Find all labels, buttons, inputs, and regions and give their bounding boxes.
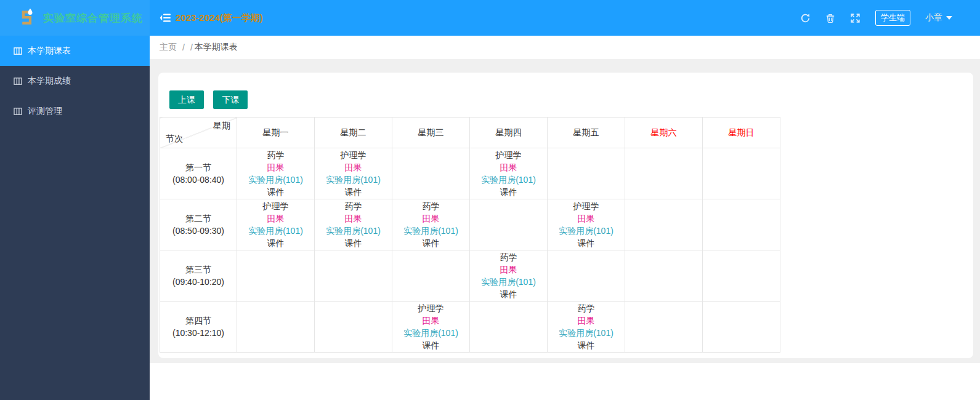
lesson-cell xyxy=(470,302,548,353)
lesson-cell xyxy=(625,148,703,199)
lesson-course: 护理学 xyxy=(470,149,547,161)
day-header: 星期一 xyxy=(237,118,315,148)
breadcrumb-home[interactable]: 主页 xyxy=(160,42,177,53)
period-time: (09:40-10:20) xyxy=(160,276,237,288)
lesson-teacher: 田果 xyxy=(237,161,314,174)
lesson-room: 实验用房(101) xyxy=(392,327,469,339)
lesson-cell xyxy=(315,302,392,353)
day-header: 星期五 xyxy=(548,118,625,148)
lesson-teacher: 田果 xyxy=(470,263,547,276)
period-cell: 第一节(08:00-08:40) xyxy=(160,148,237,199)
lesson-room: 实验用房(101) xyxy=(237,174,314,186)
lesson-cell xyxy=(625,250,703,302)
logo-zone: 实验室综合管理系统 xyxy=(0,0,150,36)
lesson-teacher: 田果 xyxy=(548,314,625,327)
lesson-file-link[interactable]: 课件 xyxy=(392,237,469,249)
lesson-room: 实验用房(101) xyxy=(392,225,469,237)
period-time: (08:50-09:30) xyxy=(160,225,237,237)
period-name: 第二节 xyxy=(160,212,237,225)
period-cell: 第四节(10:30-12:10) xyxy=(160,302,237,353)
sidebar-item-evaluation[interactable]: 评测管理 xyxy=(0,96,150,126)
lesson-cell: 护理学田果实验用房(101)课件 xyxy=(548,199,625,250)
lesson-cell xyxy=(625,199,703,250)
lesson-cell xyxy=(470,199,548,250)
lesson-file-link[interactable]: 课件 xyxy=(392,339,469,351)
sidebar-item-label: 本学期成绩 xyxy=(28,76,71,87)
sidebar-item-label: 评测管理 xyxy=(28,106,62,117)
lesson-cell xyxy=(703,250,780,302)
lesson-file-link[interactable]: 课件 xyxy=(548,339,625,351)
period-name: 第一节 xyxy=(160,161,237,174)
lesson-room: 实验用房(101) xyxy=(470,174,547,186)
semester-selector[interactable]: 2023-2024(第一学期) xyxy=(160,12,263,24)
lesson-cell: 护理学田果实验用房(101)课件 xyxy=(237,199,315,250)
lesson-cell xyxy=(392,250,470,302)
lesson-teacher: 田果 xyxy=(237,212,314,225)
period-time: (10:30-12:10) xyxy=(160,327,237,339)
columns-icon xyxy=(14,77,22,86)
lesson-cell xyxy=(315,250,392,302)
corner-week-label: 星期 xyxy=(213,121,230,132)
lesson-file-link[interactable]: 课件 xyxy=(470,288,547,300)
lesson-teacher: 田果 xyxy=(392,314,469,327)
lesson-file-link[interactable]: 课件 xyxy=(237,186,314,198)
lesson-cell xyxy=(237,250,315,302)
topbar: 实验室综合管理系统 2023-2024(第一学期) xyxy=(0,0,980,36)
lesson-cell xyxy=(548,148,625,199)
day-header: 星期四 xyxy=(470,118,548,148)
lesson-teacher: 田果 xyxy=(470,161,547,174)
timetable-card: 上课 下课 星期节次星期一星期二星期三星期四星期五星期六星期日第一节(08:00… xyxy=(158,73,973,358)
refresh-icon[interactable] xyxy=(800,13,811,23)
start-class-button[interactable]: 上课 xyxy=(169,90,204,109)
end-class-button[interactable]: 下课 xyxy=(213,90,248,109)
toolbar: 上课 下课 xyxy=(169,90,972,109)
columns-icon xyxy=(14,47,22,55)
period-cell: 第三节(09:40-10:20) xyxy=(160,250,237,302)
lesson-cell: 药学田果实验用房(101)课件 xyxy=(548,302,625,353)
lesson-teacher: 田果 xyxy=(548,212,625,225)
lesson-cell xyxy=(703,148,780,199)
topbar-actions: 学生端 小章 xyxy=(800,10,952,26)
trash-icon[interactable] xyxy=(825,13,835,23)
lesson-file-link[interactable]: 课件 xyxy=(315,237,392,249)
lesson-file-link[interactable]: 课件 xyxy=(548,237,625,249)
lesson-cell xyxy=(392,148,470,199)
lesson-course: 药学 xyxy=(392,200,469,212)
period-name: 第四节 xyxy=(160,314,237,327)
student-portal-badge[interactable]: 学生端 xyxy=(875,10,910,26)
lesson-course: 护理学 xyxy=(392,302,469,314)
lesson-course: 护理学 xyxy=(315,149,392,161)
lesson-room: 实验用房(101) xyxy=(548,327,625,339)
sidebar-item-timetable[interactable]: 本学期课表 xyxy=(0,36,150,66)
sidebar-item-grades[interactable]: 本学期成绩 xyxy=(0,66,150,96)
corner-cell: 星期节次 xyxy=(160,118,237,148)
lesson-room: 实验用房(101) xyxy=(237,225,314,237)
username: 小章 xyxy=(925,12,942,23)
lesson-room: 实验用房(101) xyxy=(548,225,625,237)
lesson-file-link[interactable]: 课件 xyxy=(470,186,547,198)
app-logo-icon xyxy=(16,7,37,28)
user-menu[interactable]: 小章 xyxy=(925,12,952,23)
lesson-course: 药学 xyxy=(470,251,547,263)
caret-down-icon xyxy=(946,16,952,20)
timetable-row: 第一节(08:00-08:40)药学田果实验用房(101)课件护理学田果实验用房… xyxy=(160,148,780,199)
lesson-file-link[interactable]: 课件 xyxy=(237,237,314,249)
lesson-file-link[interactable]: 课件 xyxy=(315,186,392,198)
period-name: 第三节 xyxy=(160,263,237,276)
lesson-cell: 药学田果实验用房(101)课件 xyxy=(315,199,392,250)
lesson-cell: 护理学田果实验用房(101)课件 xyxy=(470,148,548,199)
lesson-course: 药学 xyxy=(548,302,625,314)
semester-label: 2023-2024(第一学期) xyxy=(176,12,263,24)
timetable: 星期节次星期一星期二星期三星期四星期五星期六星期日第一节(08:00-08:40… xyxy=(160,117,780,353)
day-header: 星期三 xyxy=(392,118,470,148)
timetable-row: 第三节(09:40-10:20)药学田果实验用房(101)课件 xyxy=(160,250,780,302)
lesson-cell xyxy=(548,250,625,302)
lesson-course: 药学 xyxy=(315,200,392,212)
columns-icon xyxy=(14,107,22,116)
menu-fold-icon xyxy=(160,14,171,22)
fullscreen-icon[interactable] xyxy=(850,13,861,23)
timetable-row: 第四节(10:30-12:10)护理学田果实验用房(101)课件药学田果实验用房… xyxy=(160,302,780,353)
breadcrumb-separator: / xyxy=(190,42,193,52)
app-title: 实验室综合管理系统 xyxy=(43,11,143,25)
lesson-teacher: 田果 xyxy=(315,161,392,174)
